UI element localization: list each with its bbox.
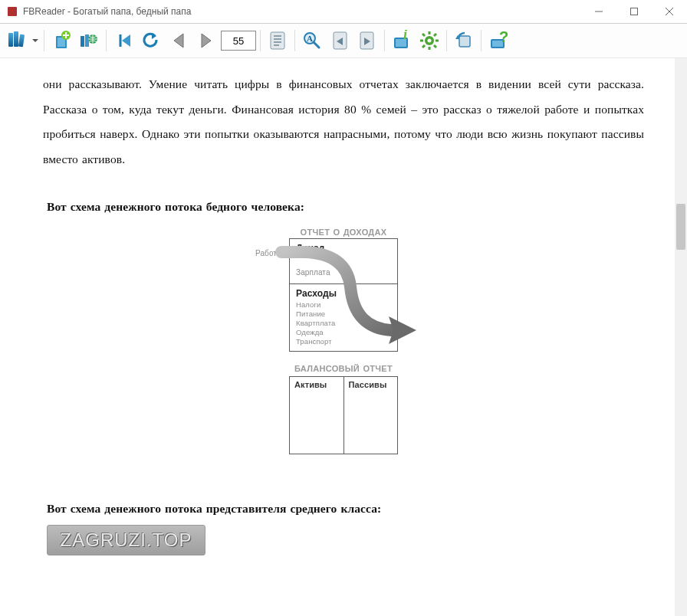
svg-line-33 xyxy=(434,45,436,48)
cashflow-diagram: ОТЧЕТ О ДОХОДАХ Работа Доход Зарплата Ра… xyxy=(43,228,644,455)
svg-rect-6 xyxy=(14,31,18,47)
window-title: FBReader - Богатый папа, бедный папа xyxy=(23,6,191,17)
search-button[interactable]: A xyxy=(299,28,325,54)
maximize-button[interactable] xyxy=(616,0,652,23)
close-button[interactable] xyxy=(652,0,687,23)
separator xyxy=(481,30,482,51)
next-page-button[interactable] xyxy=(193,28,219,54)
balance-sheet-title: БАЛАНСОВЫЙ ОТЧЕТ xyxy=(294,364,393,374)
expense-header: Расходы xyxy=(296,289,391,300)
undo-button[interactable] xyxy=(138,28,164,54)
body-paragraph: они рассказывают. Умение читать цифры в … xyxy=(43,72,644,172)
settings-button[interactable] xyxy=(416,28,442,54)
diagram-heading-1: Вот схема денежного потока бедного челов… xyxy=(47,195,644,220)
library-dropdown-caret[interactable] xyxy=(31,38,40,44)
svg-rect-12 xyxy=(85,34,89,47)
svg-rect-11 xyxy=(81,36,84,47)
svg-line-21 xyxy=(314,42,319,48)
svg-line-34 xyxy=(422,45,425,48)
book-info-button[interactable]: i xyxy=(389,28,415,54)
vertical-scrollbar[interactable] xyxy=(675,58,687,616)
separator xyxy=(446,30,447,51)
add-book-button[interactable] xyxy=(48,28,74,54)
svg-line-35 xyxy=(434,34,436,36)
contents-button[interactable] xyxy=(265,28,291,54)
toolbar: A i ? xyxy=(0,24,687,58)
title-bar: FBReader - Богатый папа, бедный папа xyxy=(0,0,687,24)
svg-rect-2 xyxy=(631,8,638,15)
income-header: Доход xyxy=(296,244,391,254)
svg-rect-14 xyxy=(271,32,284,49)
viewport: они рассказывают. Умение читать цифры в … xyxy=(0,58,687,616)
assets-cell: Активы xyxy=(290,377,344,454)
svg-text:?: ? xyxy=(499,30,508,45)
svg-rect-7 xyxy=(18,34,25,48)
expense-items: Налоги Питание Квартплата Одежда Транспо… xyxy=(296,300,391,346)
svg-line-32 xyxy=(422,34,425,36)
rotate-button[interactable] xyxy=(451,28,477,54)
watermark: ZAGRUZI.TOP xyxy=(47,525,205,555)
minimize-button[interactable] xyxy=(581,0,616,23)
balance-sheet-box: Активы Пассивы xyxy=(289,376,398,454)
page-number-input[interactable] xyxy=(221,31,256,51)
income-statement-title: ОТЧЕТ О ДОХОДАХ xyxy=(301,228,387,238)
separator xyxy=(260,30,261,51)
separator xyxy=(106,30,107,51)
svg-text:A: A xyxy=(307,34,313,43)
separator xyxy=(384,30,385,51)
liabilities-cell: Пассивы xyxy=(344,377,398,454)
svg-text:i: i xyxy=(403,30,407,42)
svg-rect-37 xyxy=(459,36,470,47)
app-icon xyxy=(6,5,18,18)
find-next-button[interactable] xyxy=(354,28,380,54)
income-sub: Зарплата xyxy=(296,268,391,277)
svg-rect-5 xyxy=(8,33,13,47)
help-button[interactable]: ? xyxy=(485,28,511,54)
network-library-button[interactable] xyxy=(76,28,102,54)
svg-point-36 xyxy=(428,39,432,43)
separator xyxy=(44,30,44,51)
first-page-button[interactable] xyxy=(110,28,136,54)
svg-rect-0 xyxy=(8,7,17,16)
income-statement-box: Доход Зарплата Расходы Налоги Питание Кв… xyxy=(289,238,398,351)
prev-page-button[interactable] xyxy=(166,28,192,54)
work-label: Работа xyxy=(255,249,281,258)
diagram-heading-2: Вот схема денежного потока представителя… xyxy=(47,496,644,522)
page-content: они рассказывают. Умение читать цифры в … xyxy=(0,58,687,571)
scrollbar-thumb[interactable] xyxy=(676,204,685,250)
separator xyxy=(294,30,295,51)
library-button[interactable] xyxy=(5,28,31,54)
find-prev-button[interactable] xyxy=(327,28,353,54)
